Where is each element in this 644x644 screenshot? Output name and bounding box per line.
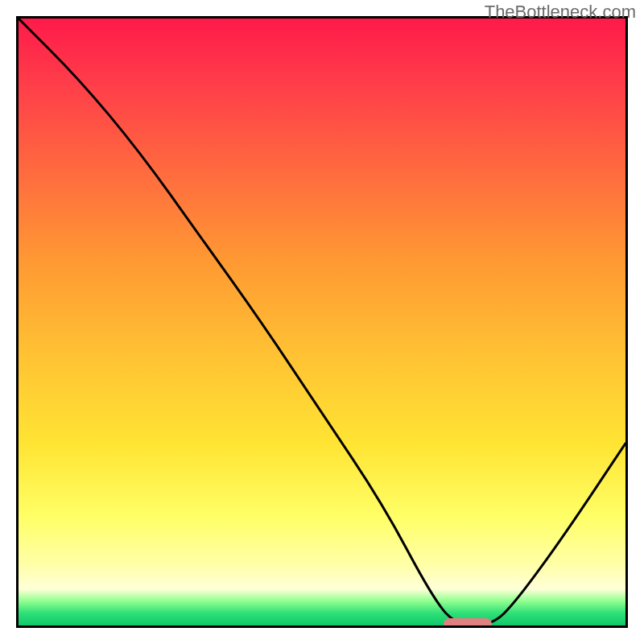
chart-container: TheBottleneck.com	[0, 0, 644, 644]
bottleneck-curve	[19, 19, 625, 625]
watermark-text: TheBottleneck.com	[485, 2, 636, 23]
curve-path	[19, 19, 625, 625]
plot-area	[16, 16, 628, 628]
optimal-range-marker	[444, 618, 492, 628]
